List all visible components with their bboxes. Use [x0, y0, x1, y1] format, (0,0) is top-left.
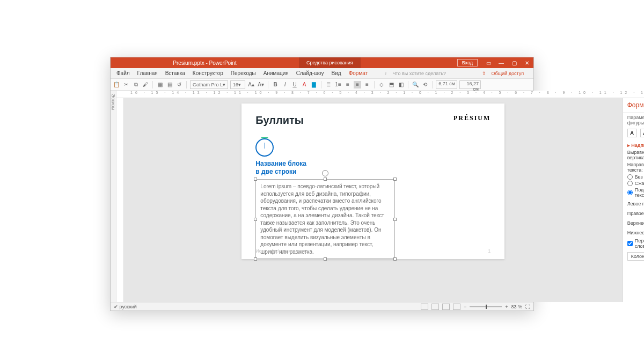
- margin-left-label: Левое поле: [627, 201, 644, 206]
- replace-icon[interactable]: ⟲: [421, 81, 429, 88]
- shapes-icon[interactable]: ◇: [378, 81, 385, 88]
- align-left-icon[interactable]: ≡: [344, 81, 352, 88]
- menu-format[interactable]: Формат: [345, 70, 372, 76]
- menu-transitions[interactable]: Переходы: [227, 70, 260, 76]
- titlebar: Presium.pptx - PowerPoint Средства рисов…: [111, 57, 533, 68]
- format-shape-panel: Формат фигуры ▾ ✕ Параметры фигуры Парам…: [623, 98, 644, 302]
- menu-animation[interactable]: Анимация: [260, 70, 292, 76]
- thumbnail-rail[interactable]: Эскизы: [111, 91, 116, 302]
- slide-sorter-icon[interactable]: [431, 304, 439, 310]
- resize-handle[interactable]: [393, 178, 397, 181]
- resize-handle[interactable]: [254, 218, 257, 221]
- normal-view-icon[interactable]: [421, 304, 428, 310]
- format-painter-icon[interactable]: 🖌: [142, 81, 149, 88]
- close-icon[interactable]: ✕: [521, 60, 533, 66]
- margin-top-label: Верхнее поле: [627, 220, 644, 226]
- shape-height-input[interactable]: 6,71 см: [436, 80, 457, 89]
- decrease-font-icon[interactable]: A▾: [257, 81, 265, 88]
- share-button[interactable]: ⇪ Общий доступ: [478, 71, 531, 76]
- login-button[interactable]: Вход: [457, 59, 478, 67]
- text-dir-label: Направление текста:: [627, 162, 644, 173]
- spellcheck-icon[interactable]: ✔: [114, 304, 118, 309]
- arrange-icon[interactable]: ⬒: [387, 81, 395, 88]
- minimize-icon[interactable]: —: [495, 60, 508, 66]
- zoom-in-icon[interactable]: +: [505, 304, 508, 309]
- menu-home[interactable]: Главная: [134, 70, 162, 76]
- font-name-select[interactable]: Gotham Pro L ▾: [190, 80, 228, 89]
- shape-width-input[interactable]: 16,27 см: [459, 80, 481, 89]
- rotate-handle[interactable]: [322, 170, 328, 176]
- panel-title: Формат фигуры: [627, 101, 644, 109]
- slide-footer-source: Источник / примечание: [255, 248, 307, 254]
- thumbnail-label: Эскизы: [111, 94, 116, 110]
- zoom-slider[interactable]: [470, 306, 502, 307]
- font-size-select[interactable]: 16 ▾: [230, 80, 245, 89]
- vertical-ruler: [116, 98, 124, 302]
- margin-bottom-label: Нижнее поле: [627, 230, 644, 235]
- toolbar: 📋 ✂ ⧉ 🖌 ▦ ▤ ↺ Gotham Pro L ▾ 16 ▾ A▴ A▾ …: [111, 79, 533, 91]
- bullets-icon[interactable]: ≣: [325, 81, 332, 88]
- ribbon-options-icon[interactable]: ▭: [482, 60, 495, 66]
- menu-view[interactable]: Вид: [328, 70, 345, 76]
- find-icon[interactable]: 🔍: [412, 81, 419, 88]
- tellme-input[interactable]: ♀ Что вы хотите сделать?: [380, 71, 453, 76]
- brand-logo: PRÉSIUM: [453, 114, 491, 122]
- menu-bar: Файл Главная Вставка Конструктор Переход…: [111, 68, 533, 79]
- slideshow-view-icon[interactable]: [453, 304, 460, 310]
- layout-icon[interactable]: ▤: [166, 81, 173, 88]
- opt-no-autofit[interactable]: Без автоподбора: [627, 174, 644, 180]
- copy-icon[interactable]: ⧉: [132, 81, 140, 88]
- menu-design[interactable]: Конструктор: [189, 70, 227, 76]
- resize-handle[interactable]: [324, 178, 327, 181]
- language-status[interactable]: русский: [120, 304, 137, 309]
- slide-footer-page: 1: [488, 248, 491, 254]
- resize-handle[interactable]: [324, 257, 327, 261]
- menu-slideshow[interactable]: Слайд-шоу: [292, 70, 328, 76]
- fit-to-window-icon[interactable]: ⛶: [525, 304, 530, 309]
- status-bar: ✔ русский − + 83 % ⛶: [111, 302, 533, 311]
- menu-file[interactable]: Файл: [113, 70, 134, 76]
- highlight-icon[interactable]: ▇: [310, 81, 318, 88]
- maximize-icon[interactable]: ▢: [508, 60, 521, 66]
- window-title: Presium.pptx - PowerPoint: [111, 60, 299, 66]
- italic-icon[interactable]: I: [281, 81, 289, 88]
- wrap-text-checkbox[interactable]: Переносить текст в фигуре по словам: [627, 238, 644, 249]
- underline-icon[interactable]: U: [291, 81, 298, 88]
- clock-icon: [255, 138, 274, 157]
- context-tab-label[interactable]: Средства рисования: [299, 57, 361, 68]
- quick-styles-icon[interactable]: ◧: [397, 81, 405, 88]
- margin-right-label: Правое поле: [627, 211, 644, 216]
- font-color-icon[interactable]: A: [301, 81, 308, 88]
- text-fill-icon[interactable]: A: [627, 129, 637, 137]
- columns-button[interactable]: Колонки...: [627, 252, 644, 261]
- text-effects-icon[interactable]: A: [640, 129, 644, 137]
- slide[interactable]: Буллиты PRÉSIUM Название блока в две стр…: [241, 104, 504, 259]
- section-textbox[interactable]: ▸ Надпись: [627, 143, 644, 148]
- textbox-content: Lorem ipsum – псевдо-латинский текст, ко…: [260, 183, 384, 255]
- reset-icon[interactable]: ↺: [175, 81, 183, 88]
- increase-font-icon[interactable]: A▴: [247, 81, 255, 88]
- opt-shrink[interactable]: Сжать при наложении: [627, 181, 644, 186]
- resize-handle[interactable]: [393, 218, 397, 221]
- reading-view-icon[interactable]: [442, 304, 450, 310]
- selected-textbox[interactable]: Lorem ipsum – псевдо-латинский текст, ко…: [255, 179, 395, 259]
- work-area: Эскизы 16 · 15 · 14 · 13 · 12 · 11 · 10 …: [111, 91, 533, 302]
- opt-resize-shape[interactable]: Подогнать размер фигуры под текст: [627, 187, 644, 198]
- cut-icon[interactable]: ✂: [122, 81, 130, 88]
- resize-handle[interactable]: [254, 257, 257, 261]
- zoom-level[interactable]: 83 %: [511, 304, 522, 309]
- slide-canvas[interactable]: Буллиты PRÉSIUM Название блока в две стр…: [124, 98, 623, 302]
- align-center-icon[interactable]: ≡: [354, 81, 361, 88]
- resize-handle[interactable]: [393, 257, 397, 261]
- tab-shape-options[interactable]: Параметры фигуры: [627, 115, 644, 125]
- zoom-out-icon[interactable]: −: [464, 304, 466, 309]
- app-window: Presium.pptx - PowerPoint Средства рисов…: [110, 57, 534, 311]
- horizontal-ruler: 16 · 15 · 14 · 13 · 12 · 11 · 10 · 9 · 8…: [116, 91, 644, 98]
- menu-insert[interactable]: Вставка: [162, 70, 189, 76]
- numbering-icon[interactable]: 1≡: [334, 81, 342, 88]
- align-right-icon[interactable]: ≡: [363, 81, 371, 88]
- paste-icon[interactable]: 📋: [113, 81, 120, 88]
- new-slide-icon[interactable]: ▦: [156, 81, 164, 88]
- resize-handle[interactable]: [254, 178, 257, 181]
- bold-icon[interactable]: B: [272, 81, 279, 88]
